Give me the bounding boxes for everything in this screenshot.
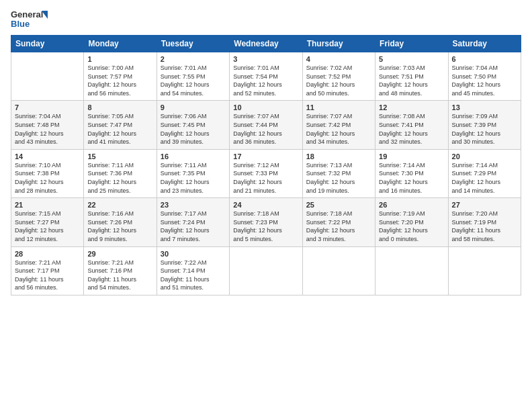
calendar-cell: 19Sunrise: 7:14 AM Sunset: 7:30 PM Dayli…	[375, 149, 448, 197]
day-info: Sunrise: 7:14 AM Sunset: 7:30 PM Dayligh…	[379, 161, 444, 195]
day-header-tuesday: Tuesday	[157, 36, 229, 52]
day-number: 5	[379, 55, 444, 63]
day-info: Sunrise: 7:11 AM Sunset: 7:35 PM Dayligh…	[161, 161, 226, 195]
calendar-cell: 10Sunrise: 7:07 AM Sunset: 7:44 PM Dayli…	[230, 101, 302, 149]
day-info: Sunrise: 7:02 AM Sunset: 7:52 PM Dayligh…	[306, 64, 371, 97]
day-number: 6	[452, 55, 517, 63]
day-info: Sunrise: 7:05 AM Sunset: 7:47 PM Dayligh…	[87, 112, 152, 146]
calendar-cell: 5Sunrise: 7:03 AM Sunset: 7:51 PM Daylig…	[375, 52, 448, 101]
calendar-cell: 23Sunrise: 7:17 AM Sunset: 7:24 PM Dayli…	[157, 198, 229, 246]
day-info: Sunrise: 7:18 AM Sunset: 7:22 PM Dayligh…	[306, 210, 371, 243]
day-info: Sunrise: 7:04 AM Sunset: 7:48 PM Dayligh…	[15, 112, 80, 146]
calendar-cell: 18Sunrise: 7:13 AM Sunset: 7:32 PM Dayli…	[302, 149, 375, 197]
day-number: 21	[15, 201, 80, 209]
day-info: Sunrise: 7:18 AM Sunset: 7:23 PM Dayligh…	[233, 210, 298, 243]
day-number: 15	[87, 152, 152, 161]
day-info: Sunrise: 7:09 AM Sunset: 7:39 PM Dayligh…	[452, 112, 517, 146]
day-header-sunday: Sunday	[11, 36, 84, 52]
calendar-cell: 27Sunrise: 7:20 AM Sunset: 7:19 PM Dayli…	[448, 198, 521, 246]
day-number: 13	[452, 103, 517, 111]
day-number: 16	[161, 152, 226, 161]
calendar-cell: 14Sunrise: 7:10 AM Sunset: 7:38 PM Dayli…	[11, 149, 84, 197]
day-info: Sunrise: 7:01 AM Sunset: 7:55 PM Dayligh…	[161, 64, 226, 97]
day-info: Sunrise: 7:08 AM Sunset: 7:41 PM Dayligh…	[379, 112, 444, 146]
day-info: Sunrise: 7:03 AM Sunset: 7:51 PM Dayligh…	[379, 64, 444, 97]
day-info: Sunrise: 7:04 AM Sunset: 7:50 PM Dayligh…	[452, 64, 517, 97]
calendar-cell	[302, 246, 375, 295]
calendar-week-4: 21Sunrise: 7:15 AM Sunset: 7:27 PM Dayli…	[11, 198, 521, 246]
day-info: Sunrise: 7:07 AM Sunset: 7:42 PM Dayligh…	[306, 112, 371, 146]
calendar-cell: 30Sunrise: 7:22 AM Sunset: 7:14 PM Dayli…	[157, 246, 229, 295]
day-info: Sunrise: 7:06 AM Sunset: 7:45 PM Dayligh…	[161, 112, 226, 146]
calendar-cell	[448, 246, 521, 295]
logo-svg: GeneralBlue	[11, 8, 48, 30]
day-number: 29	[87, 250, 152, 258]
calendar-cell: 13Sunrise: 7:09 AM Sunset: 7:39 PM Dayli…	[448, 101, 521, 149]
day-number: 28	[15, 250, 80, 258]
calendar-cell: 8Sunrise: 7:05 AM Sunset: 7:47 PM Daylig…	[84, 101, 157, 149]
day-number: 19	[379, 152, 444, 161]
calendar-cell: 9Sunrise: 7:06 AM Sunset: 7:45 PM Daylig…	[157, 101, 229, 149]
day-number: 25	[306, 201, 371, 209]
day-header-wednesday: Wednesday	[230, 36, 302, 52]
calendar-week-3: 14Sunrise: 7:10 AM Sunset: 7:38 PM Dayli…	[11, 149, 521, 197]
day-header-thursday: Thursday	[302, 36, 375, 52]
page: GeneralBlue SundayMondayTuesdayWednesday…	[0, 0, 532, 411]
calendar-cell: 29Sunrise: 7:21 AM Sunset: 7:16 PM Dayli…	[84, 246, 157, 295]
day-info: Sunrise: 7:13 AM Sunset: 7:32 PM Dayligh…	[306, 161, 371, 195]
calendar-cell: 16Sunrise: 7:11 AM Sunset: 7:35 PM Dayli…	[157, 149, 229, 197]
calendar-cell	[11, 52, 84, 101]
calendar-cell: 25Sunrise: 7:18 AM Sunset: 7:22 PM Dayli…	[302, 198, 375, 246]
day-info: Sunrise: 7:00 AM Sunset: 7:57 PM Dayligh…	[87, 64, 152, 97]
calendar-cell: 6Sunrise: 7:04 AM Sunset: 7:50 PM Daylig…	[448, 52, 521, 101]
day-number: 23	[161, 201, 226, 209]
day-info: Sunrise: 7:16 AM Sunset: 7:26 PM Dayligh…	[87, 210, 152, 243]
calendar-cell: 20Sunrise: 7:14 AM Sunset: 7:29 PM Dayli…	[448, 149, 521, 197]
day-number: 1	[87, 55, 152, 63]
day-info: Sunrise: 7:17 AM Sunset: 7:24 PM Dayligh…	[161, 210, 226, 243]
day-number: 30	[161, 250, 226, 258]
day-header-saturday: Saturday	[448, 36, 521, 52]
calendar-cell	[230, 246, 302, 295]
calendar-cell: 12Sunrise: 7:08 AM Sunset: 7:41 PM Dayli…	[375, 101, 448, 149]
day-info: Sunrise: 7:21 AM Sunset: 7:16 PM Dayligh…	[87, 259, 152, 292]
calendar-cell: 28Sunrise: 7:21 AM Sunset: 7:17 PM Dayli…	[11, 246, 84, 295]
calendar-week-2: 7Sunrise: 7:04 AM Sunset: 7:48 PM Daylig…	[11, 101, 521, 149]
day-number: 11	[306, 103, 371, 111]
day-number: 24	[233, 201, 298, 209]
day-number: 10	[233, 103, 298, 111]
day-info: Sunrise: 7:01 AM Sunset: 7:54 PM Dayligh…	[233, 64, 298, 97]
calendar-cell: 22Sunrise: 7:16 AM Sunset: 7:26 PM Dayli…	[84, 198, 157, 246]
day-number: 4	[306, 55, 371, 63]
calendar-cell: 7Sunrise: 7:04 AM Sunset: 7:48 PM Daylig…	[11, 101, 84, 149]
day-number: 26	[379, 201, 444, 209]
calendar-cell: 4Sunrise: 7:02 AM Sunset: 7:52 PM Daylig…	[302, 52, 375, 101]
svg-text:Blue: Blue	[11, 19, 30, 29]
day-number: 17	[233, 152, 298, 161]
day-number: 14	[15, 152, 80, 161]
day-info: Sunrise: 7:21 AM Sunset: 7:17 PM Dayligh…	[15, 259, 80, 292]
day-info: Sunrise: 7:11 AM Sunset: 7:36 PM Dayligh…	[87, 161, 152, 195]
calendar-cell: 17Sunrise: 7:12 AM Sunset: 7:33 PM Dayli…	[230, 149, 302, 197]
day-info: Sunrise: 7:19 AM Sunset: 7:20 PM Dayligh…	[379, 210, 444, 243]
calendar-cell: 15Sunrise: 7:11 AM Sunset: 7:36 PM Dayli…	[84, 149, 157, 197]
day-number: 22	[87, 201, 152, 209]
svg-text:General: General	[11, 9, 43, 19]
calendar-cell: 11Sunrise: 7:07 AM Sunset: 7:42 PM Dayli…	[302, 101, 375, 149]
day-info: Sunrise: 7:10 AM Sunset: 7:38 PM Dayligh…	[15, 161, 80, 195]
calendar-table: SundayMondayTuesdayWednesdayThursdayFrid…	[11, 35, 521, 295]
day-number: 3	[233, 55, 298, 63]
calendar-cell: 21Sunrise: 7:15 AM Sunset: 7:27 PM Dayli…	[11, 198, 84, 246]
day-number: 12	[379, 103, 444, 111]
day-number: 8	[87, 103, 152, 111]
day-number: 27	[452, 201, 517, 209]
day-info: Sunrise: 7:20 AM Sunset: 7:19 PM Dayligh…	[452, 210, 517, 243]
calendar-header-row: SundayMondayTuesdayWednesdayThursdayFrid…	[11, 36, 521, 52]
calendar-cell	[375, 246, 448, 295]
calendar-cell: 26Sunrise: 7:19 AM Sunset: 7:20 PM Dayli…	[375, 198, 448, 246]
header: GeneralBlue	[11, 8, 521, 30]
calendar-week-5: 28Sunrise: 7:21 AM Sunset: 7:17 PM Dayli…	[11, 246, 521, 295]
day-info: Sunrise: 7:14 AM Sunset: 7:29 PM Dayligh…	[452, 161, 517, 195]
calendar-cell: 3Sunrise: 7:01 AM Sunset: 7:54 PM Daylig…	[230, 52, 302, 101]
day-info: Sunrise: 7:15 AM Sunset: 7:27 PM Dayligh…	[15, 210, 80, 243]
